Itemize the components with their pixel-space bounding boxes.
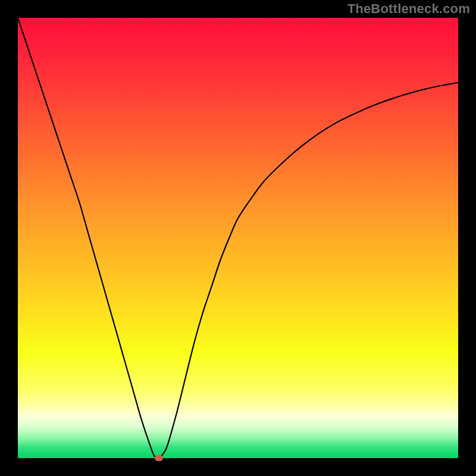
- chart-frame: TheBottleneck.com: [0, 0, 476, 476]
- minimum-marker: [155, 455, 163, 461]
- gradient-background: [18, 18, 458, 458]
- watermark-text: TheBottleneck.com: [347, 1, 470, 17]
- chart-svg: [18, 18, 458, 458]
- plot-area: [18, 18, 458, 458]
